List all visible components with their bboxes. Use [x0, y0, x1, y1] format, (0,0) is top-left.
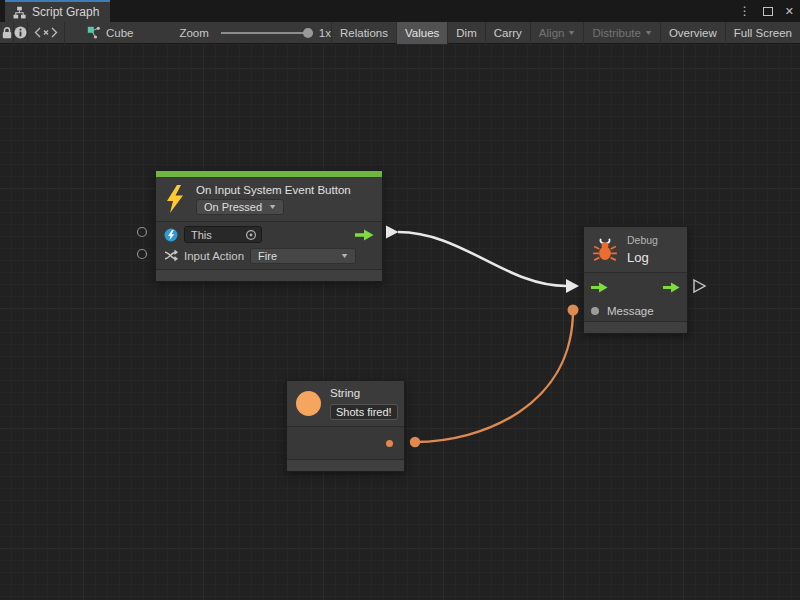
carry-button[interactable]: Carry	[485, 22, 530, 44]
tab-script-graph[interactable]: Script Graph	[5, 0, 110, 22]
message-port-row: Message	[584, 301, 687, 321]
debug-flow-out-port-triangle[interactable]	[694, 280, 705, 292]
tab-label: Script Graph	[32, 5, 99, 19]
unity-script-graph-window: Script Graph ⋮ ✕	[0, 0, 800, 600]
dim-button[interactable]: Dim	[447, 22, 484, 44]
string-output-row	[287, 427, 404, 459]
graph-target[interactable]: Cube	[87, 26, 134, 40]
event-mode-dropdown[interactable]: On Pressed ▼	[196, 199, 284, 215]
maximize-icon[interactable]	[763, 7, 773, 16]
gameobject-bolt-icon	[164, 228, 178, 242]
string-node-footer	[287, 460, 404, 471]
chevron-down-icon: ▼	[644, 29, 653, 36]
debug-node-header[interactable]: Debug Log	[584, 227, 687, 272]
event-this-port-circle[interactable]	[138, 228, 147, 237]
flow-output-arrow-icon[interactable]	[355, 229, 374, 241]
input-action-label: Input Action	[184, 250, 244, 262]
graph-toolbar: Cube Zoom 1x Relations Values Dim Carry …	[0, 22, 800, 44]
full-screen-button[interactable]: Full Screen	[725, 22, 800, 44]
debug-node-title: Log	[627, 250, 658, 265]
chevron-down-icon: ▼	[567, 29, 576, 36]
lock-icon	[1, 26, 13, 40]
info-icon	[14, 26, 27, 39]
flow-wire-start-arrow[interactable]	[386, 226, 399, 239]
clear-selection-button[interactable]	[28, 22, 64, 44]
zoom-slider[interactable]	[221, 27, 313, 39]
debug-flow-row	[584, 273, 687, 301]
string-output-port-dot[interactable]	[386, 440, 393, 447]
input-action-icon	[164, 249, 178, 262]
string-type-icon	[296, 391, 321, 416]
zoom-control: Zoom 1x	[179, 27, 331, 39]
flow-wire[interactable]	[398, 232, 566, 286]
debug-node-footer	[584, 322, 687, 333]
align-button[interactable]: Align ▼	[530, 22, 584, 44]
values-button[interactable]: Values	[396, 22, 447, 44]
graph-canvas[interactable]: On Input System Event Button On Pressed …	[0, 44, 800, 600]
this-object-field[interactable]: This	[184, 226, 262, 243]
event-node-footer	[156, 270, 382, 281]
graph-target-label: Cube	[106, 27, 134, 39]
flow-wire-end-arrow[interactable]	[566, 279, 579, 293]
event-node-title: On Input System Event Button	[196, 184, 351, 196]
object-picker-icon[interactable]	[245, 229, 257, 241]
chevron-down-icon: ▼	[268, 203, 277, 210]
zoom-slider-handle[interactable]	[303, 28, 313, 38]
debug-node-category: Debug	[627, 234, 658, 246]
overview-button[interactable]: Overview	[660, 22, 725, 44]
lightning-bolt-icon	[164, 185, 186, 213]
value-wire[interactable]	[415, 310, 573, 442]
relations-button[interactable]: Relations	[331, 22, 396, 44]
value-wire-end-dot[interactable]	[568, 305, 579, 316]
lock-button[interactable]	[0, 22, 14, 44]
bug-icon	[592, 237, 618, 262]
flow-output-arrow-icon[interactable]	[663, 282, 680, 293]
close-icon[interactable]: ✕	[785, 5, 794, 18]
value-wire-start-dot[interactable]	[410, 437, 420, 447]
this-port-row: This	[156, 224, 382, 245]
window-controls: ⋮ ✕	[739, 0, 794, 22]
string-node-header[interactable]: String Shots fired!	[287, 381, 404, 426]
event-node-body: This	[156, 222, 382, 269]
tab-bar: Script Graph ⋮ ✕	[0, 0, 800, 22]
toolbar-toggle-group: Relations Values Dim Carry Align ▼ Distr…	[331, 22, 800, 44]
graph-asset-icon	[87, 26, 101, 40]
zoom-label: Zoom	[179, 27, 208, 39]
input-action-port-row: Input Action Fire ▼	[156, 245, 382, 266]
message-port-dot[interactable]	[591, 307, 599, 315]
flow-input-arrow-icon[interactable]	[591, 282, 608, 293]
message-port-label: Message	[607, 305, 654, 317]
zoom-slider-track[interactable]	[221, 32, 313, 34]
input-action-dropdown[interactable]: Fire ▼	[250, 248, 356, 264]
window-menu-icon[interactable]: ⋮	[739, 4, 751, 18]
zoom-value: 1x	[319, 27, 331, 39]
node-on-input-system-event-button[interactable]: On Input System Event Button On Pressed …	[155, 170, 383, 282]
node-debug-log[interactable]: Debug Log Message	[583, 226, 688, 334]
inspect-button[interactable]	[14, 22, 28, 44]
event-input-action-port-circle[interactable]	[138, 250, 147, 259]
event-node-header[interactable]: On Input System Event Button On Pressed …	[156, 177, 382, 221]
distribute-button[interactable]: Distribute ▼	[583, 22, 660, 44]
node-string-literal[interactable]: String Shots fired!	[286, 380, 405, 472]
string-value-field[interactable]: Shots fired!	[330, 404, 398, 420]
chevron-down-icon: ▼	[340, 252, 349, 259]
script-graph-icon	[13, 6, 26, 19]
string-node-title: String	[330, 387, 398, 399]
angle-brackets-x-icon	[34, 27, 58, 38]
